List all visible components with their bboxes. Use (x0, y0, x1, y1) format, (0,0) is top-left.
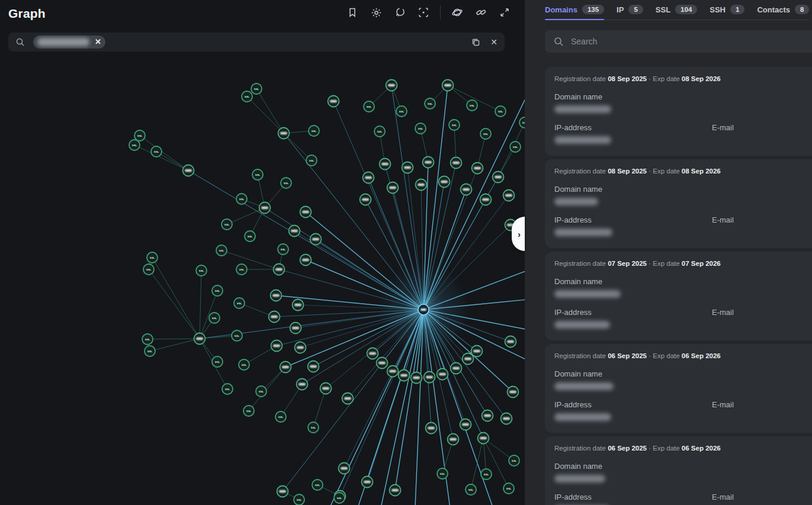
graph-node[interactable]: SSL (449, 120, 460, 130)
graph-node[interactable] (387, 182, 399, 194)
graph-node[interactable] (387, 366, 399, 377)
graph-node[interactable] (259, 202, 271, 214)
graph-node[interactable]: SSL (466, 484, 476, 495)
graph-node[interactable] (280, 362, 291, 373)
graph-node[interactable]: SSL (481, 469, 492, 480)
graph-node[interactable] (501, 413, 512, 424)
graph-node[interactable] (289, 226, 300, 237)
graph-node[interactable] (437, 369, 448, 380)
graph-node[interactable]: SSL (519, 117, 525, 128)
graph-node[interactable] (194, 333, 206, 345)
domain-card[interactable]: Registration date 06 Sep 2025 · Exp date… (545, 344, 812, 433)
graph-node[interactable]: SSL (232, 330, 242, 341)
graph-node[interactable]: SSL (251, 83, 262, 94)
graph-node[interactable] (300, 255, 312, 266)
graph-node[interactable]: SSL (334, 493, 345, 503)
graph-node[interactable] (463, 353, 474, 365)
graph-node[interactable] (377, 358, 388, 369)
graph-node[interactable] (503, 190, 515, 201)
graph-node[interactable]: SSL (234, 298, 245, 308)
settings-gear-icon[interactable] (369, 5, 383, 20)
tab-domains[interactable]: Domains135 (545, 5, 604, 15)
graph-node[interactable] (320, 383, 332, 394)
graph-node[interactable] (271, 290, 282, 301)
graph-node[interactable] (278, 128, 290, 139)
graph-canvas[interactable]: SSLSSLSSLSSLSSLSSLSSLSSLSSLSSLSSLSSLSSLS… (0, 0, 525, 505)
graph-node[interactable] (480, 194, 492, 205)
chip-clear-icon[interactable]: ✕ (95, 37, 101, 46)
graph-node[interactable]: SSL (222, 219, 232, 230)
graph-node[interactable] (339, 463, 350, 474)
graph-node[interactable]: SSL (294, 494, 304, 505)
graph-node[interactable]: SSL (143, 264, 154, 275)
tab-ssh[interactable]: SSH1 (710, 5, 744, 15)
graph-node[interactable] (472, 163, 483, 174)
graph-node[interactable] (328, 96, 339, 107)
graph-node[interactable] (390, 485, 401, 496)
expand-fullscreen-icon[interactable] (498, 5, 512, 20)
graph-node[interactable]: SSL (212, 285, 223, 296)
graph-node[interactable]: SSL (236, 194, 247, 204)
graph-node[interactable]: SSL (236, 264, 247, 275)
graph-node[interactable] (399, 370, 410, 381)
graph-node[interactable]: SSL (281, 178, 291, 188)
graph-node[interactable]: SSL (509, 455, 519, 466)
graph-node[interactable]: SSL (510, 141, 521, 152)
graph-node[interactable]: SSL (245, 231, 255, 242)
graph-node[interactable]: SSL (480, 128, 491, 139)
graph-node[interactable] (363, 172, 374, 184)
graph-node[interactable]: SSL (437, 468, 448, 479)
graph-node[interactable] (360, 194, 371, 205)
graph-node[interactable]: SSL (425, 98, 435, 109)
graph-node[interactable] (461, 184, 472, 195)
graph-node[interactable] (402, 162, 413, 173)
graph-node[interactable] (416, 179, 427, 191)
lasso-select-icon[interactable] (393, 5, 407, 20)
graph-node[interactable] (478, 433, 489, 444)
graph-node[interactable]: SSL (242, 91, 252, 102)
search-query-chip[interactable]: ✕ (33, 36, 105, 49)
graph-node[interactable] (451, 363, 462, 374)
graph-node[interactable]: SSL (312, 480, 323, 490)
graph-node[interactable] (295, 342, 306, 353)
graph-node[interactable]: SSL (222, 384, 233, 394)
graph-node[interactable] (451, 157, 462, 169)
graph-node[interactable]: SSL (278, 244, 288, 255)
graph-node[interactable]: SSL (503, 483, 514, 494)
panel-search-input[interactable] (571, 37, 784, 46)
graph-node[interactable]: SSL (495, 106, 506, 117)
orbit-graph-icon[interactable] (450, 5, 464, 20)
graph-node[interactable] (290, 323, 301, 334)
graph-node[interactable] (274, 264, 285, 275)
graph-node[interactable] (505, 336, 516, 348)
graph-node[interactable] (269, 311, 280, 323)
graph-node[interactable] (411, 372, 422, 384)
graph-node[interactable]: SSL (467, 100, 477, 111)
panel-search-bar[interactable] (545, 30, 812, 53)
graph-node[interactable]: SSL (374, 126, 385, 137)
graph-node[interactable] (367, 348, 378, 359)
graph-node[interactable] (380, 159, 391, 170)
graph-search-bar[interactable]: ✕ ✕ (8, 33, 505, 52)
graph-node[interactable]: SSL (396, 106, 407, 117)
graph-node[interactable] (423, 157, 434, 168)
graph-node[interactable] (424, 372, 435, 383)
graph-node[interactable] (308, 361, 319, 372)
search-close-icon[interactable]: ✕ (490, 37, 498, 47)
graph-node[interactable]: SSL (243, 406, 254, 416)
graph-node[interactable] (442, 80, 454, 91)
graph-node[interactable] (293, 300, 304, 311)
graph-node[interactable] (342, 393, 354, 404)
graph-node[interactable]: SSL (151, 146, 162, 157)
graph-node[interactable]: SSL (147, 252, 158, 263)
graph-node[interactable] (362, 477, 373, 488)
bookmark-icon[interactable] (345, 5, 360, 20)
graph-node[interactable]: SSL (239, 359, 249, 370)
graph-node[interactable]: SSL (216, 245, 227, 256)
domain-card[interactable]: Registration date 06 Sep 2025 · Exp date… (545, 436, 812, 505)
domain-card[interactable]: Registration date 07 Sep 2025 · Exp date… (545, 252, 812, 340)
domain-card[interactable]: Registration date 08 Sep 2025 · Exp date… (545, 159, 812, 248)
link-icon[interactable] (474, 5, 488, 20)
graph-node[interactable]: SSL (129, 140, 140, 150)
domain-card[interactable]: Registration date 08 Sep 2025 · Exp date… (545, 67, 812, 156)
